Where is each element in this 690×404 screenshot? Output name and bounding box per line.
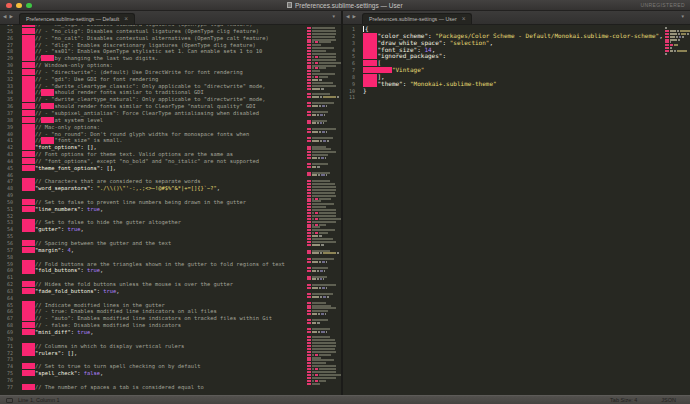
minimap-mark [315, 354, 319, 356]
code-token: // The number of spaces a tab is conside… [35, 384, 204, 390]
minimap-left[interactable] [305, 25, 341, 395]
minimap-text-bar [312, 252, 319, 254]
minimap-mark [307, 371, 311, 373]
minimap-mark [307, 65, 311, 67]
sidebar-toggle-icon[interactable] [6, 398, 13, 403]
code-token: , [116, 288, 119, 294]
minimap-text-bar [312, 102, 335, 104]
code-line: // - "directwrite": (default) Use Direct… [22, 69, 305, 76]
minimap-text-bar [327, 296, 329, 298]
next-tab-icon[interactable]: ▶ [352, 15, 355, 20]
next-tab-icon[interactable]: ▶ [9, 15, 12, 20]
whitespace-highlight [22, 329, 35, 335]
minimap-text-bar [321, 88, 324, 90]
whitespace-highlight [22, 103, 35, 109]
line-number: 72 [0, 350, 13, 357]
gutter-left: 2425262728293031323334353637383940414243… [0, 25, 13, 395]
whitespace-highlight [22, 144, 35, 150]
minimap-mark [307, 151, 311, 153]
minimap-mark [307, 252, 311, 254]
code-token: false [84, 370, 100, 376]
whitespace-highlight [363, 74, 377, 80]
minimap-row [307, 50, 340, 52]
close-tab-icon[interactable]: × [124, 16, 128, 23]
minimap-text-bar [337, 96, 339, 98]
whitespace-highlight [22, 343, 35, 349]
code-token: "Vintage" [392, 66, 425, 73]
code-token: : [403, 80, 410, 87]
prev-tab-icon[interactable]: ◀ [3, 15, 6, 20]
minimap-mark [307, 50, 311, 52]
line-number: 29 [0, 55, 13, 62]
line-number: 35 [0, 96, 13, 103]
code-area-right[interactable]: {"color_scheme": "Packages/Color Scheme … [355, 26, 663, 395]
minimize-window-button[interactable] [16, 3, 22, 9]
code-line: "rulers": [], [22, 350, 305, 357]
minimap-text-bar [312, 174, 318, 176]
code-token: // "font_options", except "no_bold" and … [35, 158, 259, 164]
minimap-mark [307, 163, 311, 165]
code-token: // - "no_calt": Disables contextual alte… [35, 35, 269, 41]
tab-preferences-default[interactable]: Preferences.sublime-settings — Default × [19, 13, 135, 24]
minimap-mark [307, 41, 311, 43]
minimap-row [307, 105, 340, 107]
minimap-row [307, 229, 340, 231]
tab-size-indicator[interactable]: Tab Size: 4 [610, 397, 637, 403]
minimap-mark [665, 39, 669, 41]
close-window-button[interactable] [6, 3, 12, 9]
tab-overflow-icon[interactable]: ▼ [332, 15, 336, 20]
minimap-text-bar [319, 261, 321, 263]
tab-preferences-user[interactable]: Preferences.sublime-settings — User × [362, 13, 473, 24]
code-token: // Set to true to turn spell checking on… [35, 363, 201, 369]
minimap-mark [665, 50, 669, 52]
minimap-text-bar [312, 76, 314, 78]
minimap-row [307, 252, 340, 254]
editor-left: 2425262728293031323334353637383940414243… [0, 25, 341, 395]
code-line: "fade_fold_buttons": true, [22, 288, 305, 295]
minimap-mark [307, 79, 311, 81]
tab-overflow-icon[interactable]: ▼ [681, 15, 685, 20]
code-line: //should render fonts similar to ClearTy… [22, 103, 305, 110]
line-number: 41 [0, 137, 13, 144]
whitespace-highlight [41, 55, 54, 61]
minimap-text-bar [321, 331, 324, 333]
code-token: "selection" [450, 39, 490, 46]
minimap-mark [307, 351, 311, 353]
minimap-text-bar [312, 209, 336, 211]
whitespace-highlight [363, 53, 377, 59]
minimap-mark [307, 154, 311, 156]
fullscreen-window-button[interactable] [26, 3, 32, 9]
minimap-text-bar [318, 174, 320, 176]
code-token: { [365, 26, 369, 32]
pane-default: ◀ ▶ Preferences.sublime-settings — Defau… [0, 11, 341, 395]
code-token: // - "no_clig": Disables contextual liga… [35, 28, 259, 34]
minimap-mark [307, 342, 311, 344]
minimap-row [307, 122, 340, 124]
code-area-left[interactable]: // - "no_liga": Disables standard ligatu… [13, 25, 305, 395]
minimap-row [307, 328, 340, 330]
line-number: 69 [0, 329, 13, 336]
minimap-row [307, 65, 340, 67]
line-number: 77 [0, 384, 13, 391]
minimap-mark [307, 258, 311, 260]
minimap-text-bar [312, 270, 316, 272]
whitespace-highlight [22, 178, 35, 184]
minimap-mark [307, 122, 311, 124]
minimap-text-bar [323, 122, 325, 124]
minimap-row [307, 44, 340, 46]
minimap-right[interactable] [663, 25, 690, 395]
minimap-mark [307, 120, 311, 122]
code-token: , [489, 39, 493, 46]
whitespace-highlight [22, 48, 35, 54]
minimap-text-bar [312, 238, 334, 240]
code-token: , [71, 247, 74, 253]
minimap-row [307, 270, 340, 272]
line-number: 62 [0, 281, 13, 288]
prev-tab-icon[interactable]: ◀ [346, 15, 349, 20]
minimap-text-bar [319, 380, 325, 382]
minimap-row [307, 261, 340, 263]
syntax-indicator[interactable]: JSON [661, 397, 676, 403]
minimap-text-bar [312, 342, 336, 344]
code-token: true [67, 226, 80, 232]
close-tab-icon[interactable]: × [462, 16, 466, 23]
